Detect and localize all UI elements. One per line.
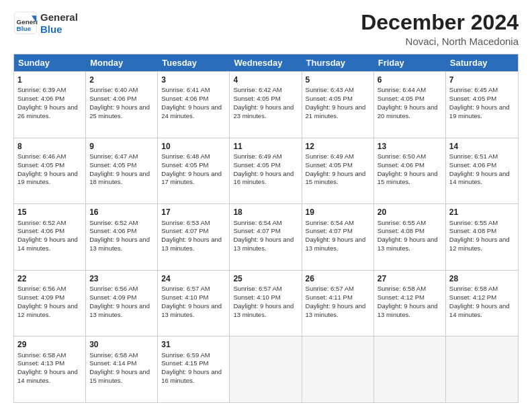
day-info: Sunrise: 6:41 AMSunset: 4:06 PMDaylight:… bbox=[161, 86, 222, 119]
calendar-body: 1Sunrise: 6:39 AMSunset: 4:06 PMDaylight… bbox=[14, 71, 518, 402]
day-number: 29 bbox=[17, 339, 82, 350]
logo: General Blue General Blue bbox=[13, 11, 78, 35]
week-row-4: 22Sunrise: 6:56 AMSunset: 4:09 PMDayligh… bbox=[14, 270, 518, 336]
day-number: 23 bbox=[89, 273, 154, 284]
day-cell-18: 18Sunrise: 6:54 AMSunset: 4:07 PMDayligh… bbox=[230, 204, 302, 270]
day-cell-2: 2Sunrise: 6:40 AMSunset: 4:06 PMDaylight… bbox=[86, 72, 158, 138]
day-info: Sunrise: 6:54 AMSunset: 4:07 PMDaylight:… bbox=[306, 219, 366, 252]
header-day-wednesday: Wednesday bbox=[230, 54, 302, 71]
day-cell-3: 3Sunrise: 6:41 AMSunset: 4:06 PMDaylight… bbox=[158, 72, 230, 138]
day-cell-8: 8Sunrise: 6:46 AMSunset: 4:05 PMDaylight… bbox=[14, 138, 86, 204]
day-info: Sunrise: 6:55 AMSunset: 4:08 PMDaylight:… bbox=[378, 219, 438, 252]
day-number: 21 bbox=[449, 207, 515, 218]
header-day-monday: Monday bbox=[86, 54, 158, 71]
week-row-1: 1Sunrise: 6:39 AMSunset: 4:06 PMDaylight… bbox=[14, 71, 518, 138]
day-number: 11 bbox=[233, 141, 298, 152]
day-info: Sunrise: 6:58 AMSunset: 4:12 PMDaylight:… bbox=[378, 285, 438, 318]
day-number: 25 bbox=[233, 273, 298, 284]
svg-text:Blue: Blue bbox=[17, 25, 32, 32]
day-info: Sunrise: 6:54 AMSunset: 4:07 PMDaylight:… bbox=[233, 219, 294, 252]
month-title: December 2024 bbox=[361, 11, 519, 34]
day-number: 15 bbox=[17, 207, 82, 218]
day-number: 8 bbox=[17, 141, 82, 152]
day-number: 10 bbox=[161, 141, 226, 152]
day-cell-28: 28Sunrise: 6:58 AMSunset: 4:12 PMDayligh… bbox=[446, 271, 518, 336]
week-row-2: 8Sunrise: 6:46 AMSunset: 4:05 PMDaylight… bbox=[14, 138, 518, 204]
day-info: Sunrise: 6:47 AMSunset: 4:05 PMDaylight:… bbox=[89, 152, 150, 185]
day-info: Sunrise: 6:57 AMSunset: 4:10 PMDaylight:… bbox=[161, 285, 222, 318]
day-cell-16: 16Sunrise: 6:52 AMSunset: 4:06 PMDayligh… bbox=[86, 204, 158, 270]
day-info: Sunrise: 6:52 AMSunset: 4:06 PMDaylight:… bbox=[89, 219, 150, 252]
day-info: Sunrise: 6:58 AMSunset: 4:14 PMDaylight:… bbox=[89, 351, 150, 384]
day-number: 30 bbox=[89, 339, 154, 350]
day-number: 6 bbox=[378, 75, 442, 85]
day-cell-7: 7Sunrise: 6:45 AMSunset: 4:05 PMDaylight… bbox=[446, 72, 518, 138]
empty-cell bbox=[374, 336, 446, 402]
day-cell-21: 21Sunrise: 6:55 AMSunset: 4:08 PMDayligh… bbox=[446, 204, 518, 270]
day-info: Sunrise: 6:50 AMSunset: 4:06 PMDaylight:… bbox=[378, 152, 438, 185]
day-info: Sunrise: 6:53 AMSunset: 4:07 PMDaylight:… bbox=[161, 219, 222, 252]
empty-cell bbox=[302, 336, 374, 402]
header-day-sunday: Sunday bbox=[14, 54, 86, 71]
day-info: Sunrise: 6:45 AMSunset: 4:05 PMDaylight:… bbox=[449, 86, 510, 119]
day-cell-31: 31Sunrise: 6:59 AMSunset: 4:15 PMDayligh… bbox=[158, 336, 230, 402]
day-info: Sunrise: 6:39 AMSunset: 4:06 PMDaylight:… bbox=[17, 86, 78, 119]
day-info: Sunrise: 6:40 AMSunset: 4:06 PMDaylight:… bbox=[89, 86, 150, 119]
logo-icon: General Blue bbox=[13, 11, 38, 35]
day-cell-19: 19Sunrise: 6:54 AMSunset: 4:07 PMDayligh… bbox=[302, 204, 374, 270]
header-day-saturday: Saturday bbox=[446, 54, 518, 71]
calendar-header: SundayMondayTuesdayWednesdayThursdayFrid… bbox=[14, 54, 518, 71]
day-number: 1 bbox=[17, 75, 82, 85]
day-number: 26 bbox=[306, 273, 370, 284]
day-info: Sunrise: 6:48 AMSunset: 4:05 PMDaylight:… bbox=[161, 152, 222, 185]
header-day-thursday: Thursday bbox=[302, 54, 374, 71]
day-info: Sunrise: 6:58 AMSunset: 4:13 PMDaylight:… bbox=[17, 351, 78, 384]
title-block: December 2024 Novaci, North Macedonia bbox=[361, 11, 519, 47]
day-info: Sunrise: 6:56 AMSunset: 4:09 PMDaylight:… bbox=[89, 285, 150, 318]
location: Novaci, North Macedonia bbox=[361, 36, 519, 47]
day-cell-5: 5Sunrise: 6:43 AMSunset: 4:05 PMDaylight… bbox=[302, 72, 374, 138]
day-info: Sunrise: 6:52 AMSunset: 4:06 PMDaylight:… bbox=[17, 219, 78, 252]
day-number: 22 bbox=[17, 273, 82, 284]
day-info: Sunrise: 6:46 AMSunset: 4:05 PMDaylight:… bbox=[17, 152, 78, 185]
day-number: 19 bbox=[306, 207, 370, 218]
week-row-5: 29Sunrise: 6:58 AMSunset: 4:13 PMDayligh… bbox=[14, 336, 518, 402]
header-day-friday: Friday bbox=[374, 54, 446, 71]
day-number: 24 bbox=[161, 273, 226, 284]
day-cell-30: 30Sunrise: 6:58 AMSunset: 4:14 PMDayligh… bbox=[86, 336, 158, 402]
day-cell-13: 13Sunrise: 6:50 AMSunset: 4:06 PMDayligh… bbox=[374, 138, 446, 204]
day-info: Sunrise: 6:59 AMSunset: 4:15 PMDaylight:… bbox=[161, 351, 222, 384]
header: General Blue General Blue December 2024 … bbox=[13, 11, 519, 47]
day-cell-27: 27Sunrise: 6:58 AMSunset: 4:12 PMDayligh… bbox=[374, 271, 446, 336]
day-number: 16 bbox=[89, 207, 154, 218]
day-number: 14 bbox=[449, 141, 515, 152]
day-cell-22: 22Sunrise: 6:56 AMSunset: 4:09 PMDayligh… bbox=[14, 271, 86, 336]
day-number: 28 bbox=[449, 273, 515, 284]
day-number: 12 bbox=[306, 141, 370, 152]
empty-cell bbox=[446, 336, 518, 402]
logo-blue: Blue bbox=[40, 24, 62, 35]
calendar: SundayMondayTuesdayWednesdayThursdayFrid… bbox=[13, 54, 519, 403]
day-number: 7 bbox=[449, 75, 515, 85]
day-cell-26: 26Sunrise: 6:57 AMSunset: 4:11 PMDayligh… bbox=[302, 271, 374, 336]
day-number: 3 bbox=[161, 75, 226, 85]
day-cell-15: 15Sunrise: 6:52 AMSunset: 4:06 PMDayligh… bbox=[14, 204, 86, 270]
day-cell-12: 12Sunrise: 6:49 AMSunset: 4:05 PMDayligh… bbox=[302, 138, 374, 204]
day-number: 27 bbox=[378, 273, 442, 284]
day-cell-4: 4Sunrise: 6:42 AMSunset: 4:05 PMDaylight… bbox=[230, 72, 302, 138]
day-number: 13 bbox=[378, 141, 442, 152]
day-number: 2 bbox=[89, 75, 154, 85]
day-number: 20 bbox=[378, 207, 442, 218]
empty-cell bbox=[230, 336, 302, 402]
day-info: Sunrise: 6:42 AMSunset: 4:05 PMDaylight:… bbox=[233, 86, 294, 119]
day-number: 4 bbox=[233, 75, 298, 85]
day-cell-10: 10Sunrise: 6:48 AMSunset: 4:05 PMDayligh… bbox=[158, 138, 230, 204]
day-cell-11: 11Sunrise: 6:49 AMSunset: 4:05 PMDayligh… bbox=[230, 138, 302, 204]
day-info: Sunrise: 6:57 AMSunset: 4:11 PMDaylight:… bbox=[306, 285, 366, 318]
day-cell-24: 24Sunrise: 6:57 AMSunset: 4:10 PMDayligh… bbox=[158, 271, 230, 336]
day-cell-14: 14Sunrise: 6:51 AMSunset: 4:06 PMDayligh… bbox=[446, 138, 518, 204]
week-row-3: 15Sunrise: 6:52 AMSunset: 4:06 PMDayligh… bbox=[14, 203, 518, 270]
day-cell-25: 25Sunrise: 6:57 AMSunset: 4:10 PMDayligh… bbox=[230, 271, 302, 336]
day-number: 5 bbox=[306, 75, 370, 85]
day-info: Sunrise: 6:57 AMSunset: 4:10 PMDaylight:… bbox=[233, 285, 294, 318]
